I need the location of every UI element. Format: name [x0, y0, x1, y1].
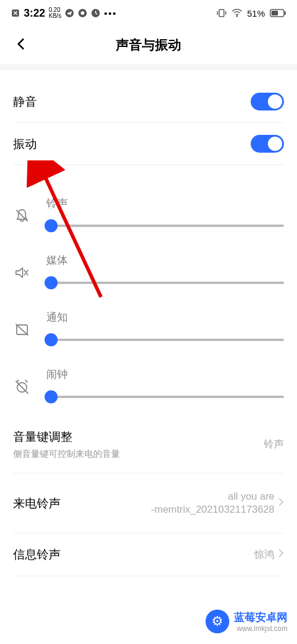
incoming-value: all you are -memtrix_20210321173628 — [151, 490, 274, 516]
vibrate-label: 振动 — [13, 136, 37, 152]
svg-rect-9 — [285, 11, 286, 15]
watermark-url: www.lmkjst.com — [234, 624, 287, 633]
sim-icon — [11, 8, 20, 18]
mute-label: 静音 — [13, 94, 37, 110]
alarm-label: 闹钟 — [46, 367, 284, 381]
chevron-right-icon — [278, 548, 284, 561]
mute-row: 静音 — [13, 81, 284, 122]
status-right: 51% — [216, 8, 286, 18]
status-bar: 3:22 0.20KB/s ••• 51% — [0, 0, 297, 26]
volume-off-icon — [13, 264, 31, 282]
svg-rect-5 — [219, 10, 224, 17]
media-slider-row: 媒体 — [13, 240, 284, 297]
svg-point-6 — [236, 15, 238, 17]
vibrate-row: 振动 — [13, 123, 284, 165]
svg-rect-8 — [271, 11, 278, 15]
battery-icon — [270, 9, 286, 17]
notification-label: 通知 — [46, 310, 284, 324]
media-slider[interactable] — [46, 282, 284, 284]
status-left: 3:22 0.20KB/s ••• — [11, 7, 117, 20]
volume-key-value: 铃声 — [264, 438, 284, 451]
status-time: 3:22 — [24, 7, 45, 20]
battery-percent: 51% — [247, 8, 265, 18]
notification-slider[interactable] — [46, 339, 284, 341]
volume-key-sub: 侧音量键可控制来电的音量 — [13, 449, 120, 460]
header: 声音与振动 — [0, 26, 297, 64]
alarm-slider[interactable] — [46, 396, 284, 398]
incoming-title: 来电铃声 — [13, 495, 61, 512]
notification-off-icon — [13, 321, 31, 339]
ringtone-label: 铃声 — [46, 196, 284, 210]
watermark-title: 蓝莓安卓网 — [234, 610, 287, 624]
watermark: 蓝莓安卓网 www.lmkjst.com — [206, 610, 287, 633]
separator — [13, 576, 284, 576]
media-label: 媒体 — [46, 253, 284, 267]
incoming-ringtone-row[interactable]: 来电铃声 all you are -memtrix_20210321173628 — [13, 473, 284, 533]
notification-slider-row: 通知 — [13, 297, 284, 354]
message-title: 信息铃声 — [13, 547, 61, 563]
status-speed: 0.20KB/s — [49, 7, 61, 19]
svg-point-3 — [81, 11, 84, 15]
watermark-logo-icon — [206, 610, 229, 633]
alarm-off-icon — [13, 378, 31, 396]
telegram-icon — [65, 8, 74, 18]
ringtone-slider-row: 铃声 — [13, 183, 284, 240]
hexagon-icon — [78, 8, 87, 18]
bell-off-icon — [13, 207, 31, 225]
section-divider — [0, 64, 297, 70]
back-button[interactable] — [11, 33, 32, 57]
vibrate-toggle[interactable] — [251, 135, 284, 153]
vibrate-icon — [216, 8, 227, 18]
page-title: 声音与振动 — [0, 36, 297, 54]
chevron-right-icon — [278, 497, 284, 510]
message-value: 惊鸿 — [254, 548, 274, 561]
wifi-icon — [232, 9, 242, 17]
ringtone-slider[interactable] — [46, 225, 284, 227]
more-dots: ••• — [104, 8, 117, 18]
clock-icon — [91, 8, 100, 18]
volume-key-row[interactable]: 音量键调整 侧音量键可控制来电的音量 铃声 — [13, 411, 284, 473]
mute-toggle[interactable] — [251, 93, 284, 111]
message-ringtone-row[interactable]: 信息铃声 惊鸿 — [13, 533, 284, 576]
alarm-slider-row: 闹钟 — [13, 354, 284, 411]
volume-key-title: 音量键调整 — [13, 429, 120, 445]
